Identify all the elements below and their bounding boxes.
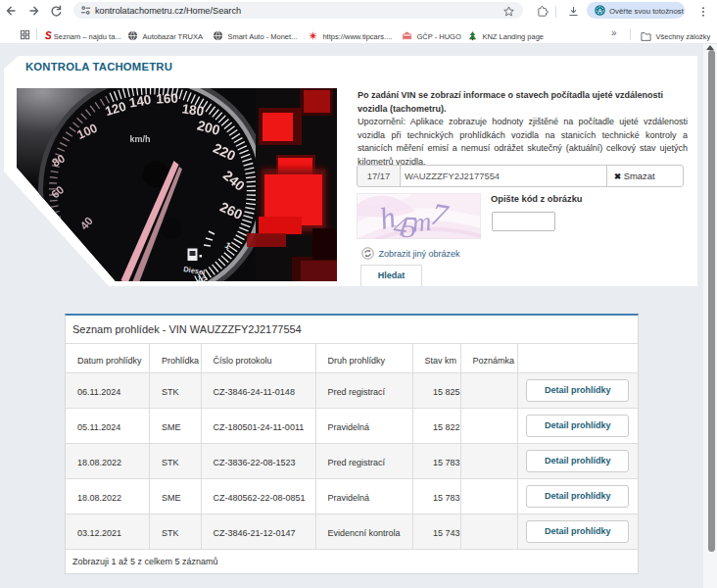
- svg-text:160: 160: [156, 91, 178, 107]
- svg-text:A: A: [598, 8, 602, 14]
- svg-text:1/2: 1/2: [197, 274, 209, 281]
- svg-text:km/h: km/h: [129, 134, 150, 144]
- svg-text:180: 180: [181, 101, 205, 119]
